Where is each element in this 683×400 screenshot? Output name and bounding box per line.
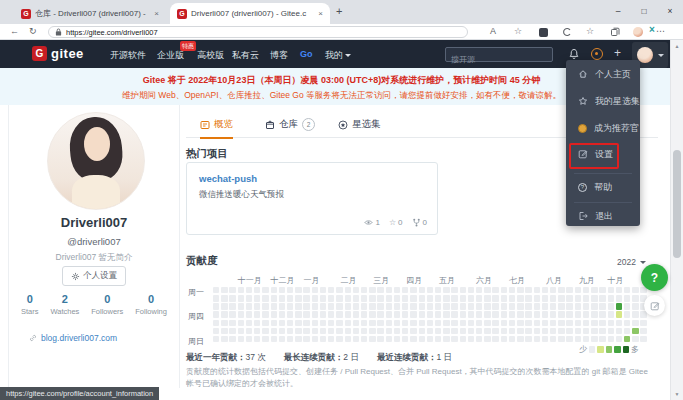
contribution-cell[interactable]: [517, 328, 523, 334]
contribution-cell[interactable]: [534, 328, 540, 334]
favorites-icon[interactable]: ☆: [514, 26, 522, 36]
contribution-cell[interactable]: [303, 303, 309, 309]
contribution-cell[interactable]: [336, 287, 342, 293]
contribution-cell[interactable]: [599, 336, 605, 342]
contribution-cell[interactable]: [468, 311, 474, 317]
contribution-cell[interactable]: [386, 328, 392, 334]
contribution-cell[interactable]: [468, 320, 474, 326]
contribution-cell[interactable]: [369, 287, 375, 293]
contribution-cell[interactable]: [221, 295, 227, 301]
contribution-cell[interactable]: [534, 295, 540, 301]
contribution-cell[interactable]: [509, 287, 515, 293]
contribution-cell[interactable]: [468, 336, 474, 342]
contribution-cell[interactable]: [583, 287, 589, 293]
contribution-cell[interactable]: [525, 336, 531, 342]
contribution-cell[interactable]: [361, 311, 367, 317]
contribution-cell[interactable]: [616, 336, 622, 342]
contribution-cell[interactable]: [542, 303, 548, 309]
contribution-cell[interactable]: [238, 295, 244, 301]
tab-overview[interactable]: 概览: [200, 112, 233, 139]
contribution-cell[interactable]: [591, 311, 597, 317]
contribution-cell[interactable]: [583, 295, 589, 301]
contribution-cell[interactable]: [435, 287, 441, 293]
contribution-cell[interactable]: [229, 320, 235, 326]
contribution-cell[interactable]: [443, 336, 449, 342]
contribution-cell[interactable]: [254, 336, 260, 342]
contribution-cell[interactable]: [517, 295, 523, 301]
address-bar[interactable]: https://gitee.com/driverli007: [48, 26, 468, 38]
contribution-cell[interactable]: [312, 336, 318, 342]
contribution-cell[interactable]: [419, 303, 425, 309]
contribution-cell[interactable]: [460, 328, 466, 334]
contribution-cell[interactable]: [246, 320, 252, 326]
contribution-cell[interactable]: [328, 287, 334, 293]
contribution-cell[interactable]: [583, 336, 589, 342]
contribution-cell[interactable]: [279, 287, 285, 293]
contribution-cell[interactable]: [468, 303, 474, 309]
contribution-cell[interactable]: [410, 320, 416, 326]
contribution-cell[interactable]: [484, 311, 490, 317]
contribution-cell[interactable]: [279, 311, 285, 317]
contribution-cell[interactable]: [435, 336, 441, 342]
contribution-cell[interactable]: [575, 328, 581, 334]
contribution-cell[interactable]: [410, 295, 416, 301]
contribution-cell[interactable]: [550, 311, 556, 317]
contribution-cell[interactable]: [517, 336, 523, 342]
contribution-cell[interactable]: [509, 311, 515, 317]
contribution-cell[interactable]: [377, 287, 383, 293]
contribution-cell[interactable]: [394, 311, 400, 317]
contribution-cell[interactable]: [558, 303, 564, 309]
contribution-cell[interactable]: [320, 336, 326, 342]
nav-link-blog[interactable]: 博客: [270, 49, 288, 62]
contribution-cell[interactable]: [254, 311, 260, 317]
contribution-cell[interactable]: [410, 303, 416, 309]
contribution-cell[interactable]: [361, 295, 367, 301]
feedback-fab-button[interactable]: [644, 295, 665, 316]
contribution-cell[interactable]: [624, 320, 630, 326]
contribution-cell[interactable]: [271, 320, 277, 326]
contribution-cell[interactable]: [328, 336, 334, 342]
contribution-cell[interactable]: [312, 320, 318, 326]
tab-starlist[interactable]: 星选集: [338, 112, 381, 137]
contribution-cell[interactable]: [484, 287, 490, 293]
contribution-cell[interactable]: [632, 311, 638, 317]
contribution-cell[interactable]: [443, 287, 449, 293]
contribution-cell[interactable]: [484, 295, 490, 301]
contribution-cell[interactable]: [525, 303, 531, 309]
contribution-cell[interactable]: [402, 287, 408, 293]
contribution-cell[interactable]: [271, 311, 277, 317]
contribution-cell[interactable]: [583, 311, 589, 317]
contribution-cell[interactable]: [640, 328, 646, 334]
contribution-cell[interactable]: [369, 295, 375, 301]
contribution-cell[interactable]: [616, 311, 622, 317]
contribution-cell[interactable]: [566, 320, 572, 326]
contribution-cell[interactable]: [246, 287, 252, 293]
contribution-cell[interactable]: [534, 336, 540, 342]
contribution-cell[interactable]: [271, 328, 277, 334]
contribution-cell[interactable]: [624, 287, 630, 293]
contribution-cell[interactable]: [419, 287, 425, 293]
contribution-cell[interactable]: [320, 287, 326, 293]
contribution-cell[interactable]: [492, 336, 498, 342]
contribution-cell[interactable]: [550, 336, 556, 342]
collections-icon[interactable]: [610, 27, 620, 37]
contribution-cell[interactable]: [460, 336, 466, 342]
contribution-cell[interactable]: [460, 311, 466, 317]
contribution-cell[interactable]: [566, 287, 572, 293]
contribution-cell[interactable]: [246, 336, 252, 342]
contribution-cell[interactable]: [386, 320, 392, 326]
back-icon[interactable]: ←: [10, 26, 19, 36]
contribution-cell[interactable]: [492, 287, 498, 293]
contribution-cell[interactable]: [435, 328, 441, 334]
contribution-cell[interactable]: [312, 303, 318, 309]
contribution-cell[interactable]: [221, 336, 227, 342]
contribution-cell[interactable]: [591, 287, 597, 293]
contribution-cell[interactable]: [279, 328, 285, 334]
profile-avatar[interactable]: [47, 112, 145, 210]
contribution-cell[interactable]: [624, 303, 630, 309]
contribution-cell[interactable]: [591, 320, 597, 326]
contribution-cell[interactable]: [435, 303, 441, 309]
contribution-cell[interactable]: [599, 287, 605, 293]
contribution-cell[interactable]: [616, 328, 622, 334]
contribution-cell[interactable]: [484, 336, 490, 342]
